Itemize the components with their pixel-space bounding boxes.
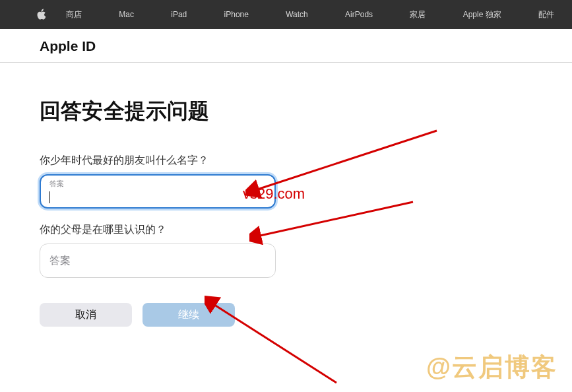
nav-item-only[interactable]: Apple 独家 bbox=[463, 9, 501, 20]
nav-item-watch[interactable]: Watch bbox=[286, 10, 308, 19]
watermark-blog: @云启博客 bbox=[426, 350, 557, 384]
question-1-text: 你少年时代最好的朋友叫什么名字？ bbox=[40, 154, 532, 168]
answer-input-2[interactable] bbox=[40, 244, 276, 278]
page-title: 回答安全提示问题 bbox=[40, 97, 532, 126]
security-question-1: 你少年时代最好的朋友叫什么名字？ 答案 bbox=[40, 154, 532, 209]
nav-item-acc[interactable]: 配件 bbox=[538, 9, 554, 20]
apple-logo-icon[interactable] bbox=[34, 0, 48, 29]
nav-item-home[interactable]: 家居 bbox=[410, 9, 426, 20]
button-row: 取消 继续 bbox=[40, 303, 532, 327]
page-subtitle: Apple ID bbox=[40, 29, 532, 62]
answer-input-1[interactable] bbox=[40, 174, 276, 209]
nav-item-airpods[interactable]: AirPods bbox=[345, 10, 373, 19]
nav-links: 商店 Mac iPad iPhone Watch AirPods 家居 Appl… bbox=[66, 9, 554, 20]
text-caret bbox=[49, 191, 50, 203]
nav-item-mac[interactable]: Mac bbox=[119, 10, 134, 19]
nav-item-ipad[interactable]: iPad bbox=[171, 10, 187, 19]
sub-header: Apple ID bbox=[0, 29, 572, 62]
nav-item-iphone[interactable]: iPhone bbox=[224, 10, 249, 19]
content: 回答安全提示问题 你少年时代最好的朋友叫什么名字？ 答案 你的父母是在哪里认识的… bbox=[0, 63, 572, 327]
security-question-2: 你的父母是在哪里认识的？ 答案 bbox=[40, 223, 532, 278]
cancel-button[interactable]: 取消 bbox=[40, 303, 132, 327]
global-nav: 商店 Mac iPad iPhone Watch AirPods 家居 Appl… bbox=[0, 0, 572, 29]
nav-item-store[interactable]: 商店 bbox=[66, 9, 82, 20]
question-2-text: 你的父母是在哪里认识的？ bbox=[40, 223, 532, 237]
continue-button[interactable]: 继续 bbox=[143, 303, 235, 327]
